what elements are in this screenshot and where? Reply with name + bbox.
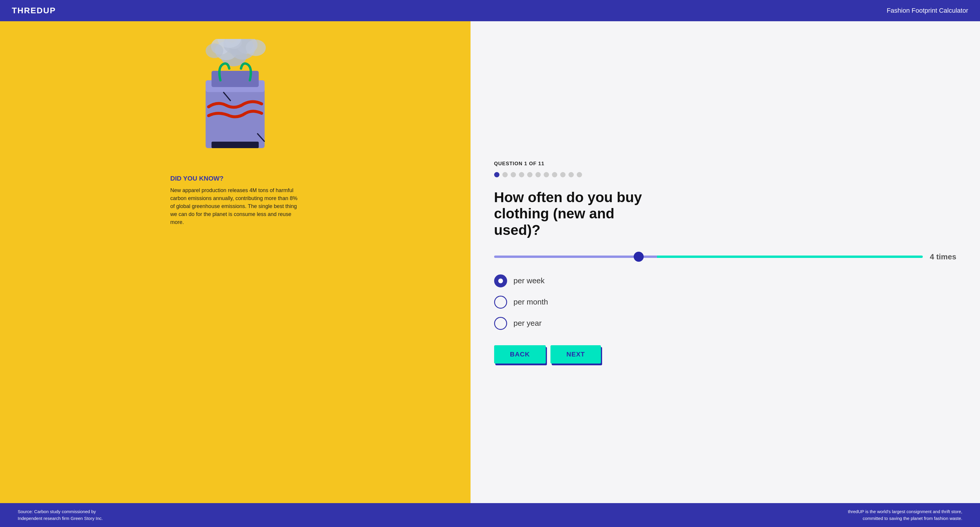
header-title: Fashion Footprint Calculator <box>887 7 968 14</box>
question-text: How often do you buy clothing (new and u… <box>494 189 654 238</box>
did-you-know-title: DID YOU KNOW? <box>170 175 300 182</box>
right-panel: QUESTION 1 OF 11 How often do you buy cl… <box>471 21 980 503</box>
next-button[interactable]: NEXT <box>550 345 601 363</box>
svg-point-8 <box>246 40 266 56</box>
slider-value: 4 times <box>930 252 956 261</box>
did-you-know: DID YOU KNOW? New apparel production rel… <box>170 175 300 226</box>
progress-dot-3 <box>511 172 516 177</box>
label-per-year: per year <box>514 319 542 328</box>
progress-dot-9 <box>560 172 566 177</box>
progress-dot-8 <box>552 172 557 177</box>
left-panel: DID YOU KNOW? New apparel production rel… <box>0 21 471 503</box>
back-button[interactable]: BACK <box>494 345 546 363</box>
label-per-month: per month <box>514 298 548 307</box>
footer-right-text: thredUP is the world's largest consignme… <box>848 508 962 522</box>
option-per-week[interactable]: per week <box>494 274 956 287</box>
main-content: DID YOU KNOW? New apparel production rel… <box>0 21 980 503</box>
illustration <box>185 39 285 163</box>
progress-dot-6 <box>535 172 541 177</box>
progress-dot-2 <box>503 172 508 177</box>
header: THREDUP Fashion Footprint Calculator <box>0 0 980 21</box>
label-per-week: per week <box>514 276 545 285</box>
progress-dot-4 <box>519 172 524 177</box>
radio-options: per week per month per year <box>494 274 956 330</box>
radio-per-month[interactable] <box>494 296 507 309</box>
logo: THREDUP <box>12 6 56 15</box>
svg-point-9 <box>205 43 223 58</box>
option-per-month[interactable]: per month <box>494 296 956 309</box>
progress-dot-10 <box>568 172 574 177</box>
question-label: QUESTION 1 OF 11 <box>494 161 956 167</box>
progress-dot-11 <box>577 172 582 177</box>
button-row: BACK NEXT <box>494 345 956 363</box>
svg-rect-13 <box>212 142 259 148</box>
footer-left-text: Source: Carbon study commissioned byInde… <box>18 508 103 522</box>
progress-dots <box>494 172 956 177</box>
progress-dot-7 <box>544 172 549 177</box>
progress-dot-5 <box>527 172 533 177</box>
progress-dot-1 <box>494 172 500 177</box>
radio-per-year[interactable] <box>494 317 507 330</box>
slider-row: 4 times <box>494 252 956 261</box>
radio-per-week[interactable] <box>494 274 507 287</box>
footer: Source: Carbon study commissioned byInde… <box>0 503 980 527</box>
did-you-know-text: New apparel production releases 4M tons … <box>170 186 300 226</box>
frequency-slider[interactable] <box>494 256 923 258</box>
option-per-year[interactable]: per year <box>494 317 956 330</box>
